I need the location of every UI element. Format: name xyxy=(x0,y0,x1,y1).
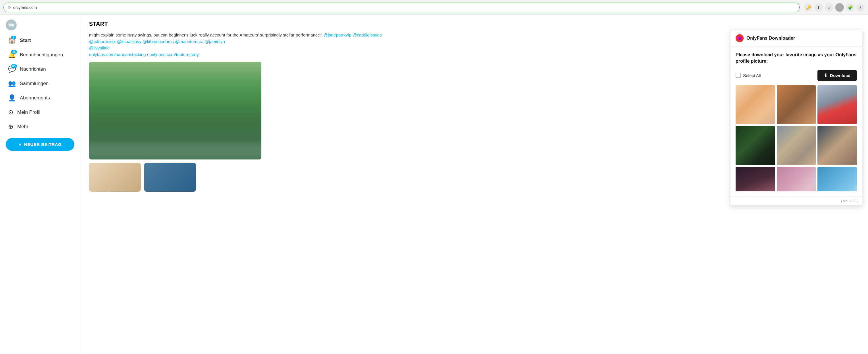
mention-janeparrkvip[interactable]: @janeparrkvip xyxy=(323,32,351,37)
version-text: ( v21.23.3 ) xyxy=(841,199,859,203)
panel-controls: Select All ⬇ Download xyxy=(736,70,857,81)
download-chrome-icon[interactable]: ⬇ xyxy=(814,3,823,11)
page-title: START xyxy=(89,21,859,27)
sidebar-item-sammlungen[interactable]: 👥 Sammlungen xyxy=(2,77,78,90)
collections-icon: 👥 xyxy=(8,80,16,87)
sidebar-item-benachrichtigungen[interactable]: 🔔 Benachrichtigungen 15 xyxy=(2,48,78,61)
nachrichten-badge: 85 xyxy=(11,64,17,68)
grid-image-4[interactable] xyxy=(736,126,775,165)
panel-header: 😈 OnlyFans Downloader xyxy=(731,30,862,47)
more-icon: ⊕ xyxy=(8,123,13,130)
benachrichtigungen-badge: 15 xyxy=(11,50,17,54)
key-icon[interactable]: 🔑 xyxy=(804,3,812,11)
image-grid xyxy=(736,85,857,191)
mention-jamielyn[interactable]: @jamielyn xyxy=(205,39,225,44)
new-post-label: NEUER BEITRAG xyxy=(24,142,62,147)
grid-image-2[interactable] xyxy=(777,85,816,124)
grid-image-8[interactable] xyxy=(777,167,816,191)
user-avatar: Wa xyxy=(6,20,17,30)
mention-livvalittle[interactable]: @livvalittle xyxy=(89,46,110,50)
new-post-button[interactable]: + NEUER BEITRAG xyxy=(6,138,74,151)
sidebar-label-nachrichten: Nachrichten xyxy=(20,66,46,72)
panel-body: Please download your favorite image as y… xyxy=(731,47,862,197)
download-icon: ⬇ xyxy=(824,73,828,78)
link-hannahstocking[interactable]: onlyfans.com/hannahstocking xyxy=(89,52,146,57)
sidebar-label-benachrichtigungen: Benachrichtigungen xyxy=(20,52,63,58)
plus-icon: + xyxy=(19,142,21,147)
sidebar: Wa 🏠 Start 5 🔔 Benachrichtigungen 15 💬 N… xyxy=(0,15,81,354)
post-image xyxy=(89,62,261,159)
panel-logo: 😈 xyxy=(736,34,744,42)
browser-actions: 🔑 ⬇ ☆ 🧩 ⋮ xyxy=(804,3,865,12)
sidebar-label-abonnements: Abonnements xyxy=(20,95,50,101)
sidebar-label-mehr: Mehr xyxy=(17,124,28,129)
lock-icon: ⊙ xyxy=(8,5,11,9)
mention-itspatikayy[interactable]: @itspatikayy xyxy=(117,39,141,44)
link-tooturnttony[interactable]: onlyfans.com/tooturnttony xyxy=(149,52,199,57)
panel-footer: ( v21.23.3 ) xyxy=(731,197,862,205)
downloader-panel: 😈 OnlyFans Downloader Please download yo… xyxy=(730,30,862,206)
star-icon[interactable]: ☆ xyxy=(825,3,833,11)
panel-logo-emoji: 😈 xyxy=(737,36,742,40)
bottom-image-1 xyxy=(89,163,141,191)
grid-image-1[interactable] xyxy=(736,85,775,124)
link-separator: / xyxy=(147,52,149,57)
start-badge: 5 xyxy=(11,36,16,39)
grid-image-5[interactable] xyxy=(777,126,816,165)
grid-image-6[interactable] xyxy=(817,126,857,165)
grid-image-9[interactable] xyxy=(817,167,857,191)
post-text-content: might explain some rusty swings, but can… xyxy=(89,32,323,37)
panel-title: OnlyFans Downloader xyxy=(746,36,795,41)
sidebar-item-start[interactable]: 🏠 Start 5 xyxy=(2,34,78,47)
sidebar-label-sammlungen: Sammlungen xyxy=(20,81,49,87)
mention-marietemara[interactable]: @marietemara xyxy=(175,39,204,44)
mention-fitbryceadams[interactable]: @fitbryceadams xyxy=(143,39,174,44)
download-label: Download xyxy=(830,73,850,78)
url-text: onlyfans.com xyxy=(13,5,37,10)
grid-image-3[interactable] xyxy=(817,85,857,124)
grid-image-7[interactable] xyxy=(736,167,775,191)
bottom-image-2 xyxy=(144,163,196,191)
download-button[interactable]: ⬇ Download xyxy=(817,70,857,81)
select-all-checkbox[interactable] xyxy=(736,73,741,78)
profile-avatar[interactable] xyxy=(835,3,844,12)
browser-chrome: ⊙ onlyfans.com 🔑 ⬇ ☆ 🧩 ⋮ xyxy=(0,0,868,15)
sidebar-item-nachrichten[interactable]: 💬 Nachrichten 85 xyxy=(2,63,78,76)
menu-icon[interactable]: ⋮ xyxy=(857,3,865,11)
select-all-area[interactable]: Select All xyxy=(736,73,761,78)
address-bar[interactable]: ⊙ onlyfans.com xyxy=(3,3,800,12)
subscriptions-icon: 👤 xyxy=(8,94,16,102)
sidebar-label-mein-profil: Mein Profil xyxy=(17,110,40,115)
sidebar-item-abonnements[interactable]: 👤 Abonnements xyxy=(2,91,78,105)
main-layout: Wa 🏠 Start 5 🔔 Benachrichtigungen 15 💬 N… xyxy=(0,15,868,354)
panel-description: Please download your favorite image as y… xyxy=(736,52,857,65)
mention-caddieissues[interactable]: @caddieissues xyxy=(352,32,382,37)
mention-adriaraexxx[interactable]: @adriaraexxx xyxy=(89,39,116,44)
extension-icon[interactable]: 🧩 xyxy=(846,3,854,11)
sidebar-item-mein-profil[interactable]: ⊙ Mein Profil xyxy=(2,106,78,119)
select-all-label: Select All xyxy=(743,73,761,78)
sidebar-item-mehr[interactable]: ⊕ Mehr xyxy=(2,120,78,133)
profile-icon: ⊙ xyxy=(8,109,13,116)
sidebar-label-start: Start xyxy=(20,38,31,43)
